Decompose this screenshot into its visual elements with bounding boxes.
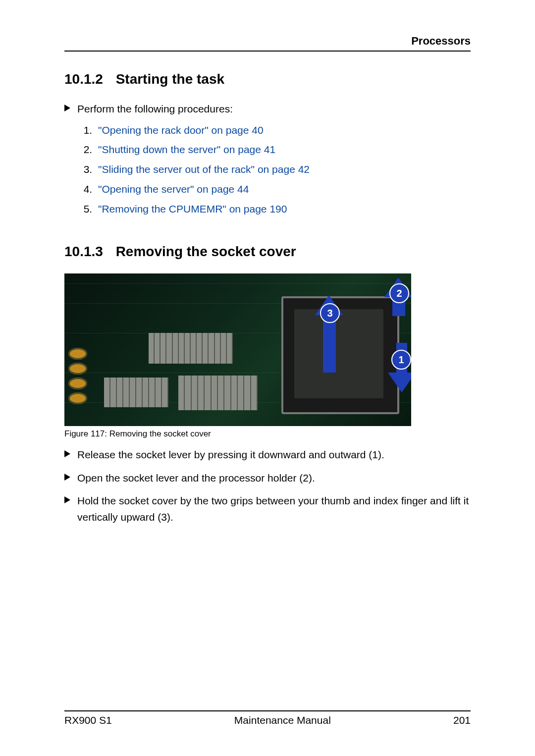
step-text: Open the socket lever and the processor … (77, 470, 315, 486)
step-item: Open the socket lever and the processor … (64, 470, 471, 486)
xref-link[interactable]: "Sliding the server out of the rack" on … (98, 163, 310, 175)
list-item: "Sliding the server out of the rack" on … (95, 160, 471, 179)
figure-callout: 2 (389, 283, 409, 303)
triangle-bullet-icon (64, 474, 70, 481)
heading-text: Removing the socket cover (116, 244, 296, 259)
page-footer: RX900 S1 Maintenance Manual 201 (64, 710, 471, 726)
page: Processors 10.1.2 Starting the task Perf… (0, 0, 535, 756)
heatsink (149, 333, 233, 364)
heading-text: Starting the task (116, 71, 224, 87)
intro-text: Perform the following procedures: (77, 101, 233, 117)
figure-callout: 3 (320, 303, 340, 323)
xref-link[interactable]: "Opening the server" on page 44 (98, 183, 249, 195)
triangle-bullet-icon (64, 496, 70, 503)
list-item: "Opening the rack door" on page 40 (95, 120, 471, 140)
step-list: Release the socket lever by pressing it … (64, 447, 471, 525)
intro-line: Perform the following procedures: (64, 101, 471, 117)
step-item: Hold the socket cover by the two grips b… (64, 493, 471, 525)
list-item: "Shutting down the server" on page 41 (95, 140, 471, 160)
heading-removing-socket-cover: 10.1.3 Removing the socket cover (64, 244, 471, 260)
xref-link[interactable]: "Removing the CPUMEMR" on page 190 (98, 203, 287, 215)
header-section: Processors (64, 35, 471, 52)
heading-starting-task: 10.1.2 Starting the task (64, 71, 471, 87)
intro-block: Perform the following procedures: "Openi… (64, 101, 471, 219)
step-text: Hold the socket cover by the two grips b… (77, 493, 471, 525)
socket-cover (294, 309, 383, 398)
triangle-bullet-icon (64, 105, 70, 111)
step-text: Release the socket lever by pressing it … (77, 447, 384, 463)
heading-number: 10.1.2 (64, 71, 103, 87)
list-item: "Opening the server" on page 44 (95, 179, 471, 199)
list-item: "Removing the CPUMEMR" on page 190 (95, 199, 471, 219)
step-item: Release the socket lever by pressing it … (64, 447, 471, 463)
heading-number: 10.1.3 (64, 244, 103, 259)
figure-caption: Figure 117: Removing the socket cover (64, 429, 471, 439)
port-cluster (68, 348, 87, 404)
footer-page: 201 (453, 714, 471, 726)
xref-link[interactable]: "Shutting down the server" on page 41 (98, 144, 275, 155)
triangle-bullet-icon (64, 450, 70, 457)
procedure-list: "Opening the rack door" on page 40 "Shut… (64, 120, 471, 219)
heatsink (104, 378, 168, 407)
heatsink (178, 376, 258, 410)
footer-title: Maintenance Manual (234, 714, 331, 726)
footer-model: RX900 S1 (64, 714, 112, 726)
figure-callout: 1 (391, 350, 411, 370)
figure-image: 1 2 3 (64, 273, 411, 426)
xref-link[interactable]: "Opening the rack door" on page 40 (98, 124, 264, 136)
